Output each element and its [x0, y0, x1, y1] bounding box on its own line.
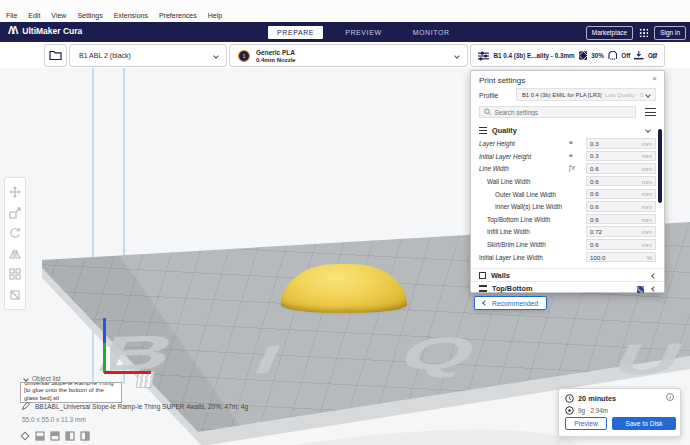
- chevron-down-icon: [213, 53, 219, 59]
- material-config-selector[interactable]: 1 Generic PLA 0.4mm Nozzle: [229, 44, 468, 67]
- setting-row-initial-layer-line-width: Initial Layer Line Width100.0%: [471, 251, 664, 264]
- print-settings-summary-button[interactable]: B1 0.4 (3b) E...ality - 0.3mm 30% Off Of…: [470, 44, 665, 67]
- setting-unit: mm: [642, 241, 652, 248]
- close-icon[interactable]: ×: [652, 74, 657, 83]
- settings-scrollbar[interactable]: [658, 129, 662, 203]
- menu-preferences[interactable]: Preferences: [159, 12, 197, 19]
- recommended-label: Recommended: [492, 300, 538, 307]
- setting-unit: %: [646, 254, 652, 261]
- setting-field-initial-layer-line-width[interactable]: 100.0%: [586, 252, 656, 263]
- search-input[interactable]: [494, 109, 631, 116]
- view-3d-icon[interactable]: [20, 427, 30, 445]
- section-quality-label: Quality: [492, 126, 517, 135]
- menu-edit[interactable]: Edit: [28, 12, 40, 19]
- menu-settings[interactable]: Settings: [77, 12, 102, 19]
- scale-tool-button[interactable]: [9, 207, 21, 219]
- setting-field-inner-wall-s-line-width[interactable]: 0.6mm: [586, 201, 656, 212]
- setting-row-outer-wall-line-width: Outer Wall Line Width0.6mm: [471, 188, 664, 201]
- setting-row-line-width: Line Widthƒx0.6mm: [471, 162, 664, 175]
- cura-window: FileEditViewSettingsExtensionsPreference…: [0, 0, 690, 445]
- titlebar-right: Marketplace Sign in: [586, 26, 686, 40]
- setting-field-initial-layer-height[interactable]: 0.3mm: [586, 151, 656, 162]
- material-name: Generic PLA: [256, 49, 296, 56]
- material-usage: 9g · 2.94m: [578, 407, 608, 414]
- menu-bar: FileEditViewSettingsExtensionsPreference…: [0, 0, 690, 22]
- sliders-icon: [478, 51, 489, 61]
- preview-button[interactable]: Preview: [565, 417, 607, 430]
- setting-row-initial-layer-height: Initial Layer Height⚭0.3mm: [471, 150, 664, 163]
- tab-monitor[interactable]: MONITOR: [404, 26, 459, 39]
- setting-field-skirt-brim-line-width[interactable]: 0.6mm: [586, 239, 656, 250]
- setting-row-top-bottom-line-width: Top/Bottom Line Width0.6mm: [471, 213, 664, 226]
- tab-preview[interactable]: PREVIEW: [336, 26, 390, 39]
- view-front-icon[interactable]: [35, 427, 45, 445]
- save-to-disk-button[interactable]: Save to Disk: [612, 417, 676, 430]
- setting-unit: mm: [642, 228, 652, 235]
- stage-tabs: PREPAREPREVIEWMONITOR: [268, 25, 459, 39]
- setting-field-infill-line-width[interactable]: 0.72mm: [586, 226, 656, 237]
- setting-value: 0.3: [590, 140, 599, 147]
- section-top-bottom[interactable]: Top/Bottom: [471, 281, 664, 294]
- chevron-down-icon: [23, 376, 29, 382]
- section-quality[interactable]: Quality: [471, 123, 664, 137]
- setting-label: Outer Wall Line Width: [495, 191, 556, 198]
- move-tool-button[interactable]: [9, 186, 21, 198]
- setting-field-top-bottom-line-width[interactable]: 0.6mm: [586, 214, 656, 225]
- setting-field-line-width[interactable]: 0.6mm: [586, 163, 656, 174]
- profile-value: B1 0.4 (3b) EMIL for PLA [LR3]: [522, 92, 602, 98]
- nozzle-name: 0.4mm Nozzle: [256, 57, 296, 63]
- fx-icon: ƒx: [568, 164, 575, 171]
- search-box[interactable]: [479, 106, 636, 118]
- sign-in-button[interactable]: Sign in: [654, 26, 686, 40]
- setting-row-infill-line-width: Infill Line Width0.72mm: [471, 225, 664, 238]
- menu-file[interactable]: File: [6, 12, 17, 19]
- walls-icon: [479, 272, 486, 279]
- profile-dropdown[interactable]: B1 0.4 (3b) EMIL for PLA [LR3] Low Quali…: [516, 88, 656, 101]
- info-icon[interactable]: i: [666, 393, 674, 401]
- setting-value: 100.0: [590, 254, 605, 261]
- chevron-down-icon: [454, 53, 460, 59]
- object-list-toggle[interactable]: Object list: [24, 375, 61, 382]
- search-icon: [484, 108, 491, 116]
- view-left-icon[interactable]: [65, 427, 75, 445]
- z-axis-indicator: [103, 318, 106, 343]
- section-walls[interactable]: Walls: [471, 268, 664, 281]
- section-walls-label: Walls: [491, 271, 510, 280]
- material-labels: Generic PLA 0.4mm Nozzle: [256, 49, 296, 63]
- app-switcher-icon[interactable]: [639, 28, 648, 37]
- recommended-mode-button[interactable]: Recommended: [474, 296, 547, 310]
- chevron-down-icon: [645, 127, 651, 133]
- view-top-icon[interactable]: [50, 427, 60, 445]
- setting-row-layer-height: Layer Height⚭0.3mm: [471, 137, 664, 150]
- setting-unit: mm: [642, 203, 652, 210]
- rotate-tool-button[interactable]: [9, 227, 21, 239]
- open-file-button[interactable]: [44, 44, 67, 67]
- setting-row-inner-wall-s-line-width: Inner Wall(s) Line Width0.6mm: [471, 200, 664, 213]
- per-model-settings-button[interactable]: [9, 268, 21, 280]
- setting-label: Skirt/Brim Line Width: [487, 241, 546, 248]
- tab-prepare[interactable]: PREPARE: [268, 26, 323, 39]
- material-usage-row: 9g · 2.94m: [565, 406, 608, 415]
- menu-view[interactable]: View: [51, 12, 66, 19]
- tool-panel: [4, 177, 26, 310]
- job-name-row[interactable]: BB1ABL_Universal Slope-ie Ramp-ie Thing …: [22, 402, 248, 410]
- profile-label: Profile: [479, 92, 498, 99]
- marketplace-button[interactable]: Marketplace: [586, 26, 633, 40]
- support-blocker-button[interactable]: [9, 289, 21, 301]
- view-right-icon[interactable]: [80, 427, 90, 445]
- title-bar: ΛΛ UltiMaker Cura PREPAREPREVIEWMONITOR …: [0, 22, 690, 42]
- setting-field-wall-line-width[interactable]: 0.6mm: [586, 176, 656, 187]
- mirror-tool-button[interactable]: [9, 248, 21, 260]
- setting-value: 0.6: [590, 165, 599, 172]
- setting-field-outer-wall-line-width[interactable]: 0.6mm: [586, 189, 656, 200]
- ultimaker-logo-icon: ΛΛ: [8, 26, 15, 36]
- menu-extensions[interactable]: Extensions: [114, 12, 148, 19]
- hamburger-icon[interactable]: [645, 108, 656, 116]
- setting-field-layer-height[interactable]: 0.3mm: [586, 138, 656, 149]
- setting-label: Line Width: [479, 165, 509, 172]
- menu-help[interactable]: Help: [208, 12, 222, 19]
- panel-title: Print settings: [479, 76, 525, 85]
- model-dimensions: 55.0 x 55.0 x 11.3 mm: [22, 416, 86, 423]
- settings-rows: Layer Height⚭0.3mmInitial Layer Height⚭0…: [471, 137, 664, 263]
- printer-selector[interactable]: B1 ABL 2 (black): [69, 44, 227, 67]
